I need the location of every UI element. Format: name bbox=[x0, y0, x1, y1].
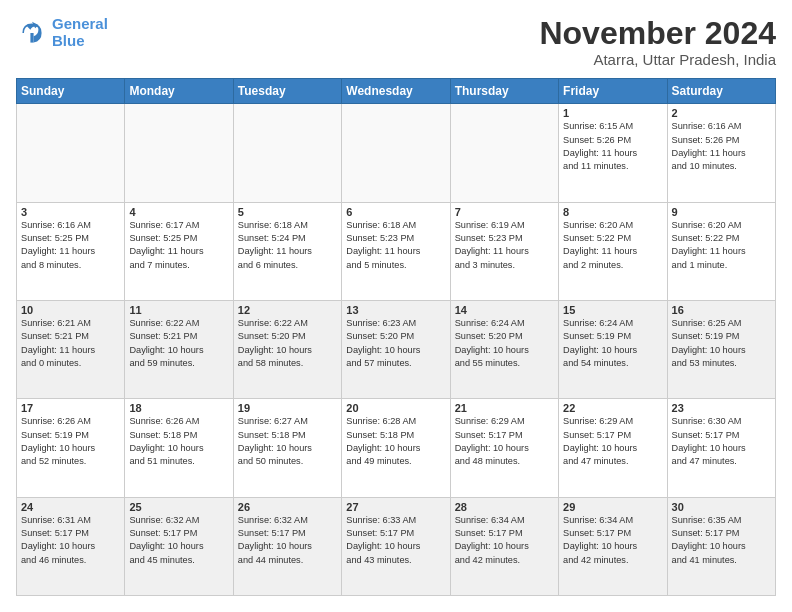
day-number: 20 bbox=[346, 402, 445, 414]
day-detail: Sunrise: 6:27 AM Sunset: 5:18 PM Dayligh… bbox=[238, 415, 337, 468]
day-number: 12 bbox=[238, 304, 337, 316]
day-number: 9 bbox=[672, 206, 771, 218]
day-cell: 27Sunrise: 6:33 AM Sunset: 5:17 PM Dayli… bbox=[342, 497, 450, 595]
weekday-header-sunday: Sunday bbox=[17, 79, 125, 104]
day-number: 7 bbox=[455, 206, 554, 218]
weekday-header-row: SundayMondayTuesdayWednesdayThursdayFrid… bbox=[17, 79, 776, 104]
week-row-4: 17Sunrise: 6:26 AM Sunset: 5:19 PM Dayli… bbox=[17, 399, 776, 497]
day-number: 14 bbox=[455, 304, 554, 316]
day-detail: Sunrise: 6:16 AM Sunset: 5:25 PM Dayligh… bbox=[21, 219, 120, 272]
weekday-header-friday: Friday bbox=[559, 79, 667, 104]
day-number: 22 bbox=[563, 402, 662, 414]
day-detail: Sunrise: 6:32 AM Sunset: 5:17 PM Dayligh… bbox=[129, 514, 228, 567]
day-cell: 15Sunrise: 6:24 AM Sunset: 5:19 PM Dayli… bbox=[559, 300, 667, 398]
day-detail: Sunrise: 6:21 AM Sunset: 5:21 PM Dayligh… bbox=[21, 317, 120, 370]
day-cell: 16Sunrise: 6:25 AM Sunset: 5:19 PM Dayli… bbox=[667, 300, 775, 398]
weekday-header-saturday: Saturday bbox=[667, 79, 775, 104]
logo-text: General Blue bbox=[52, 16, 108, 49]
day-detail: Sunrise: 6:28 AM Sunset: 5:18 PM Dayligh… bbox=[346, 415, 445, 468]
day-cell: 20Sunrise: 6:28 AM Sunset: 5:18 PM Dayli… bbox=[342, 399, 450, 497]
day-cell: 13Sunrise: 6:23 AM Sunset: 5:20 PM Dayli… bbox=[342, 300, 450, 398]
day-cell: 18Sunrise: 6:26 AM Sunset: 5:18 PM Dayli… bbox=[125, 399, 233, 497]
weekday-header-thursday: Thursday bbox=[450, 79, 558, 104]
day-cell: 12Sunrise: 6:22 AM Sunset: 5:20 PM Dayli… bbox=[233, 300, 341, 398]
day-cell bbox=[450, 104, 558, 202]
day-detail: Sunrise: 6:15 AM Sunset: 5:26 PM Dayligh… bbox=[563, 120, 662, 173]
day-cell: 26Sunrise: 6:32 AM Sunset: 5:17 PM Dayli… bbox=[233, 497, 341, 595]
week-row-5: 24Sunrise: 6:31 AM Sunset: 5:17 PM Dayli… bbox=[17, 497, 776, 595]
day-detail: Sunrise: 6:29 AM Sunset: 5:17 PM Dayligh… bbox=[563, 415, 662, 468]
day-detail: Sunrise: 6:25 AM Sunset: 5:19 PM Dayligh… bbox=[672, 317, 771, 370]
day-cell: 4Sunrise: 6:17 AM Sunset: 5:25 PM Daylig… bbox=[125, 202, 233, 300]
day-cell: 2Sunrise: 6:16 AM Sunset: 5:26 PM Daylig… bbox=[667, 104, 775, 202]
day-detail: Sunrise: 6:34 AM Sunset: 5:17 PM Dayligh… bbox=[563, 514, 662, 567]
day-cell bbox=[342, 104, 450, 202]
week-row-1: 1Sunrise: 6:15 AM Sunset: 5:26 PM Daylig… bbox=[17, 104, 776, 202]
day-number: 6 bbox=[346, 206, 445, 218]
day-detail: Sunrise: 6:29 AM Sunset: 5:17 PM Dayligh… bbox=[455, 415, 554, 468]
day-number: 15 bbox=[563, 304, 662, 316]
location: Atarra, Uttar Pradesh, India bbox=[539, 51, 776, 68]
day-number: 10 bbox=[21, 304, 120, 316]
day-detail: Sunrise: 6:18 AM Sunset: 5:23 PM Dayligh… bbox=[346, 219, 445, 272]
day-cell: 11Sunrise: 6:22 AM Sunset: 5:21 PM Dayli… bbox=[125, 300, 233, 398]
day-cell: 3Sunrise: 6:16 AM Sunset: 5:25 PM Daylig… bbox=[17, 202, 125, 300]
day-detail: Sunrise: 6:32 AM Sunset: 5:17 PM Dayligh… bbox=[238, 514, 337, 567]
day-cell: 14Sunrise: 6:24 AM Sunset: 5:20 PM Dayli… bbox=[450, 300, 558, 398]
day-cell: 29Sunrise: 6:34 AM Sunset: 5:17 PM Dayli… bbox=[559, 497, 667, 595]
day-number: 24 bbox=[21, 501, 120, 513]
day-number: 4 bbox=[129, 206, 228, 218]
day-number: 21 bbox=[455, 402, 554, 414]
day-detail: Sunrise: 6:17 AM Sunset: 5:25 PM Dayligh… bbox=[129, 219, 228, 272]
day-detail: Sunrise: 6:34 AM Sunset: 5:17 PM Dayligh… bbox=[455, 514, 554, 567]
day-number: 23 bbox=[672, 402, 771, 414]
day-detail: Sunrise: 6:24 AM Sunset: 5:20 PM Dayligh… bbox=[455, 317, 554, 370]
day-detail: Sunrise: 6:31 AM Sunset: 5:17 PM Dayligh… bbox=[21, 514, 120, 567]
day-number: 8 bbox=[563, 206, 662, 218]
day-number: 11 bbox=[129, 304, 228, 316]
logo-icon bbox=[16, 17, 48, 49]
day-number: 19 bbox=[238, 402, 337, 414]
weekday-header-monday: Monday bbox=[125, 79, 233, 104]
day-detail: Sunrise: 6:20 AM Sunset: 5:22 PM Dayligh… bbox=[563, 219, 662, 272]
page: General Blue November 2024 Atarra, Uttar… bbox=[0, 0, 792, 612]
day-detail: Sunrise: 6:16 AM Sunset: 5:26 PM Dayligh… bbox=[672, 120, 771, 173]
day-cell: 7Sunrise: 6:19 AM Sunset: 5:23 PM Daylig… bbox=[450, 202, 558, 300]
day-detail: Sunrise: 6:35 AM Sunset: 5:17 PM Dayligh… bbox=[672, 514, 771, 567]
day-number: 13 bbox=[346, 304, 445, 316]
day-number: 25 bbox=[129, 501, 228, 513]
day-number: 5 bbox=[238, 206, 337, 218]
weekday-header-wednesday: Wednesday bbox=[342, 79, 450, 104]
day-detail: Sunrise: 6:26 AM Sunset: 5:19 PM Dayligh… bbox=[21, 415, 120, 468]
week-row-3: 10Sunrise: 6:21 AM Sunset: 5:21 PM Dayli… bbox=[17, 300, 776, 398]
day-cell bbox=[233, 104, 341, 202]
day-number: 27 bbox=[346, 501, 445, 513]
day-cell: 19Sunrise: 6:27 AM Sunset: 5:18 PM Dayli… bbox=[233, 399, 341, 497]
day-cell: 17Sunrise: 6:26 AM Sunset: 5:19 PM Dayli… bbox=[17, 399, 125, 497]
day-number: 17 bbox=[21, 402, 120, 414]
day-number: 18 bbox=[129, 402, 228, 414]
day-number: 30 bbox=[672, 501, 771, 513]
day-detail: Sunrise: 6:30 AM Sunset: 5:17 PM Dayligh… bbox=[672, 415, 771, 468]
day-cell: 28Sunrise: 6:34 AM Sunset: 5:17 PM Dayli… bbox=[450, 497, 558, 595]
day-cell: 23Sunrise: 6:30 AM Sunset: 5:17 PM Dayli… bbox=[667, 399, 775, 497]
day-cell: 21Sunrise: 6:29 AM Sunset: 5:17 PM Dayli… bbox=[450, 399, 558, 497]
day-detail: Sunrise: 6:24 AM Sunset: 5:19 PM Dayligh… bbox=[563, 317, 662, 370]
day-cell: 10Sunrise: 6:21 AM Sunset: 5:21 PM Dayli… bbox=[17, 300, 125, 398]
day-number: 26 bbox=[238, 501, 337, 513]
day-number: 28 bbox=[455, 501, 554, 513]
logo: General Blue bbox=[16, 16, 108, 49]
day-number: 1 bbox=[563, 107, 662, 119]
day-cell bbox=[125, 104, 233, 202]
day-detail: Sunrise: 6:19 AM Sunset: 5:23 PM Dayligh… bbox=[455, 219, 554, 272]
day-detail: Sunrise: 6:33 AM Sunset: 5:17 PM Dayligh… bbox=[346, 514, 445, 567]
day-cell: 30Sunrise: 6:35 AM Sunset: 5:17 PM Dayli… bbox=[667, 497, 775, 595]
day-cell: 5Sunrise: 6:18 AM Sunset: 5:24 PM Daylig… bbox=[233, 202, 341, 300]
day-cell: 24Sunrise: 6:31 AM Sunset: 5:17 PM Dayli… bbox=[17, 497, 125, 595]
day-detail: Sunrise: 6:20 AM Sunset: 5:22 PM Dayligh… bbox=[672, 219, 771, 272]
day-cell: 1Sunrise: 6:15 AM Sunset: 5:26 PM Daylig… bbox=[559, 104, 667, 202]
day-detail: Sunrise: 6:26 AM Sunset: 5:18 PM Dayligh… bbox=[129, 415, 228, 468]
day-cell: 6Sunrise: 6:18 AM Sunset: 5:23 PM Daylig… bbox=[342, 202, 450, 300]
day-detail: Sunrise: 6:23 AM Sunset: 5:20 PM Dayligh… bbox=[346, 317, 445, 370]
day-cell: 25Sunrise: 6:32 AM Sunset: 5:17 PM Dayli… bbox=[125, 497, 233, 595]
